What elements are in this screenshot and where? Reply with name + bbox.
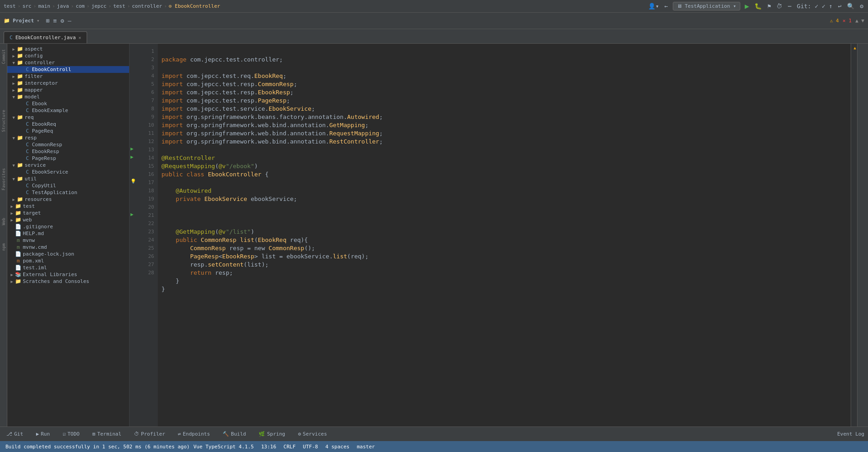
tree-label: mvnw <box>23 237 35 243</box>
user-icon[interactable]: 👤▾ <box>647 2 660 10</box>
encoding[interactable]: UTF-8 <box>303 444 318 450</box>
git-status-icon[interactable]: Git: ✓ ✓ ↑ <box>796 2 833 10</box>
tree-item-target[interactable]: ▶ 📁 target <box>7 210 129 216</box>
status-bar: Build completed successfully in 1 sec, 5… <box>0 441 868 452</box>
endpoints-icon: ⇌ <box>178 431 181 437</box>
indent[interactable]: 4 spaces <box>325 444 349 450</box>
run-config[interactable]: 🖥 TestApplication ▾ <box>673 2 740 10</box>
tree-item-service[interactable]: ▼ 📁 service <box>7 162 129 169</box>
event-log-btn[interactable]: Event Log <box>837 431 864 437</box>
close-panel-icon[interactable]: — <box>67 16 72 25</box>
bc-test[interactable]: test <box>4 3 16 9</box>
bc-controller[interactable]: controller <box>132 3 162 9</box>
favorites-icon[interactable]: Favorites <box>0 166 7 192</box>
tree-label: target <box>23 210 41 216</box>
tree-item-controller[interactable]: ▼ 📁 controller <box>7 59 129 66</box>
tree-item-testiml[interactable]: 📄 test.iml <box>7 264 129 271</box>
tree-item-aspect[interactable]: ▶ 📁 aspect <box>7 46 129 52</box>
undo-icon[interactable]: ↩ <box>837 2 842 10</box>
tree-item-scratches[interactable]: ▶ 📁 Scratches and Consoles <box>7 278 129 285</box>
tab-bar: C EbookController.java ✕ <box>0 29 868 44</box>
bc-jepcc[interactable]: jepcc <box>91 3 106 9</box>
bc-src[interactable]: src <box>22 3 31 9</box>
tree-item-mvnw[interactable]: m mvnw <box>7 237 129 244</box>
tree-item-commonresp[interactable]: C CommonResp <box>7 141 129 148</box>
tree-item-resp[interactable]: ▼ 📁 resp <box>7 134 129 141</box>
tree-item-ebook[interactable]: C Ebook <box>7 100 129 107</box>
tree-item-ebookcontroller[interactable]: C EbookControll <box>7 66 129 73</box>
tree-item-util[interactable]: ▼ 📁 util <box>7 175 129 182</box>
line-sep[interactable]: CRLF <box>284 444 296 450</box>
bottom-tab-services[interactable]: ⚙ Services <box>295 429 330 439</box>
bottom-tab-run[interactable]: ▶ Run <box>33 429 53 439</box>
web-icon[interactable]: Web <box>0 216 7 227</box>
tree-item-pomxml[interactable]: m pom.xml <box>7 257 129 264</box>
tree-item-web[interactable]: ▶ 📁 web <box>7 216 129 223</box>
npm-icon[interactable]: npm <box>0 241 7 252</box>
structure-icon[interactable]: Structure <box>0 108 7 134</box>
tree-item-interceptor[interactable]: ▶ 📁 interceptor <box>7 80 129 87</box>
bottom-tab-endpoints[interactable]: ⇌ Endpoints <box>175 429 213 439</box>
tree-label: Scratches and Consoles <box>23 278 89 284</box>
run-button[interactable]: ▶ <box>744 1 750 11</box>
bc-com[interactable]: com <box>76 3 85 9</box>
git-branch[interactable]: master <box>357 444 375 450</box>
code-editor[interactable]: package com.jepcc.test.controller; impor… <box>158 44 851 426</box>
tree-item-ebookreq[interactable]: C EbookReq <box>7 121 129 128</box>
tree-arrow: ▶ <box>9 218 15 222</box>
tree-item-model[interactable]: ▼ 📁 model <box>7 93 129 100</box>
tree-item-req[interactable]: ▼ 📁 req <box>7 114 129 121</box>
bottom-tab-build[interactable]: 🔨 Build <box>220 429 249 439</box>
profile-icon[interactable]: ⏱ <box>775 2 783 10</box>
tree-item-resources[interactable]: ▶ 📁 resources <box>7 196 129 203</box>
debug-icon[interactable]: 🐛 <box>754 2 763 10</box>
bc-test2[interactable]: test <box>113 3 125 9</box>
tree-item-extlibs[interactable]: ▶ 📚 External Libraries <box>7 271 129 278</box>
cursor-position[interactable]: 13:16 <box>261 444 276 450</box>
folder-icon: 📁 <box>16 53 24 59</box>
nav-back-icon[interactable]: ← <box>664 2 669 10</box>
bottom-tab-git[interactable]: ⎇ Git <box>4 429 26 439</box>
tree-item-ebookresp[interactable]: C EbookResp <box>7 148 129 155</box>
coverage-icon[interactable]: ⚑ <box>766 2 772 10</box>
settings-icon[interactable]: ⚙ <box>859 2 864 10</box>
tree-item-config[interactable]: ▶ 📁 config <box>7 52 129 59</box>
event-log-label: Event Log <box>837 431 864 437</box>
tree-item-helpmd[interactable]: 📄 HELP.md <box>7 230 129 237</box>
bottom-tab-todo[interactable]: ☑ TODO <box>60 429 82 439</box>
tree-item-mvnwcmd[interactable]: m mvnw.cmd <box>7 244 129 251</box>
project-label[interactable]: Project <box>13 18 34 24</box>
tree-item-filter[interactable]: ▶ 📁 filter <box>7 73 129 80</box>
tab-ebook-controller[interactable]: C EbookController.java ✕ <box>4 31 87 43</box>
expand-warnings-icon[interactable]: ▲ ▼ <box>855 18 864 24</box>
search-icon[interactable]: 🔍 <box>846 2 855 10</box>
tree-item-copyutil[interactable]: C CopyUtil <box>7 182 129 189</box>
bottom-tab-profiler[interactable]: ⏱ Profiler <box>131 429 168 439</box>
tree-item-packagelock[interactable]: 📄 package-lock.json <box>7 251 129 257</box>
commit-icon[interactable]: Commit <box>0 47 7 66</box>
tree-item-mapper[interactable]: ▶ 📁 mapper <box>7 87 129 93</box>
class-icon: C <box>24 128 31 134</box>
bottom-tab-spring[interactable]: 🌿 Spring <box>256 429 288 439</box>
tree-item-ebookservice[interactable]: C EbookService <box>7 169 129 175</box>
settings2-icon[interactable]: ⚙ <box>60 16 65 25</box>
bottom-tab-terminal[interactable]: ⊞ Terminal <box>90 429 125 439</box>
tree-item-test[interactable]: ▶ 📁 test <box>7 203 129 210</box>
bc-class[interactable]: ⊙ EbookController <box>169 3 220 9</box>
right-scrollbar[interactable]: ▲ <box>851 44 857 426</box>
collapse-all-icon[interactable]: ≡ <box>52 16 58 25</box>
tree-item-testapplication[interactable]: C TestApplication <box>7 189 129 196</box>
tree-item-pagereq[interactable]: C PageReq <box>7 128 129 134</box>
expand-all-icon[interactable]: ⊞ <box>45 16 51 25</box>
type-info[interactable]: Vue TypeScript 4.1.5 <box>193 444 254 450</box>
tree-item-gitignore[interactable]: 📄 .gitignore <box>7 223 129 230</box>
tree-item-ebookexample[interactable]: C EbookExample <box>7 107 129 114</box>
main-layout: Commit Structure Favorites Web npm ▶ 📁 a… <box>0 44 868 426</box>
tree-label: resp <box>25 135 37 141</box>
tree-label: External Libraries <box>23 272 77 277</box>
tree-item-pageresp[interactable]: C PageResp <box>7 155 129 162</box>
bc-main[interactable]: main <box>38 3 51 9</box>
tab-close-icon[interactable]: ✕ <box>78 35 81 40</box>
bc-java[interactable]: java <box>57 3 69 9</box>
more-icon[interactable]: ⋯ <box>787 2 792 10</box>
